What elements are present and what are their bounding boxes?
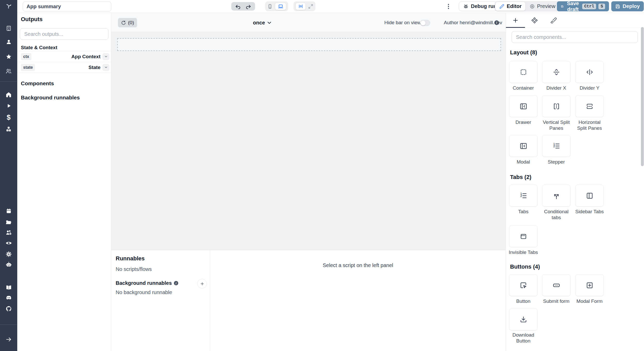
workers-users-gear-icon[interactable] bbox=[5, 229, 12, 236]
download-icon bbox=[519, 315, 528, 324]
tab-preview[interactable]: Preview bbox=[526, 2, 559, 11]
plus-icon bbox=[200, 281, 205, 286]
component-card-modal-form[interactable] bbox=[575, 274, 604, 296]
component-card-label: Button bbox=[507, 298, 540, 304]
svg-text:2: 2 bbox=[520, 194, 522, 197]
tab-editor[interactable]: Editor bbox=[495, 2, 526, 11]
section-title-layout: Layout (8) bbox=[510, 49, 537, 56]
save-draft-button[interactable]: Save draft Ctrl S bbox=[557, 1, 609, 11]
component-card-modal[interactable] bbox=[509, 135, 538, 157]
component-card-button[interactable] bbox=[509, 274, 538, 296]
more-options-kebab-icon[interactable] bbox=[445, 3, 452, 10]
mobile-view-icon[interactable] bbox=[267, 4, 273, 9]
distribute-horizontal-button[interactable] bbox=[295, 3, 306, 10]
empty-grid-placeholder[interactable] bbox=[117, 38, 501, 51]
sidebar-divider bbox=[0, 324, 17, 325]
tab-component-settings[interactable] bbox=[525, 13, 544, 28]
undo-icon[interactable] bbox=[235, 3, 241, 10]
modal-form-icon bbox=[586, 281, 594, 289]
section-title-tabs: Tabs (2) bbox=[510, 174, 531, 181]
component-card-container[interactable] bbox=[509, 61, 538, 83]
svg-text:2: 2 bbox=[553, 145, 555, 148]
background-runnables-section-title: Background runnables bbox=[21, 95, 80, 101]
favorites-star-icon[interactable] bbox=[5, 53, 12, 60]
component-card-tabs[interactable]: 12 bbox=[509, 185, 538, 207]
divider-x-icon bbox=[552, 68, 561, 76]
section-title-buttons: Buttons (4) bbox=[510, 263, 540, 270]
component-card-divider-y[interactable] bbox=[575, 61, 604, 83]
component-card-divider-x[interactable] bbox=[542, 61, 571, 83]
app-summary-input[interactable] bbox=[23, 2, 111, 11]
stepper-icon: 12 bbox=[552, 142, 561, 150]
editor-preview-segmented: Editor Preview bbox=[495, 1, 560, 12]
docs-book-icon[interactable] bbox=[5, 284, 12, 291]
windmill-app-editor: $ bbox=[0, 0, 644, 351]
ai-robot-icon[interactable] bbox=[5, 261, 12, 268]
component-card-submit-form[interactable] bbox=[542, 274, 571, 296]
component-card-conditional-tabs[interactable] bbox=[542, 185, 571, 207]
expand-state-button[interactable] bbox=[103, 64, 109, 71]
output-row-ctx[interactable]: ctx App Context bbox=[17, 51, 111, 62]
redo-icon[interactable] bbox=[245, 3, 251, 10]
runnables-list-pane: Runnables No scripts/flows Background ru… bbox=[111, 250, 210, 351]
no-scripts-text: No scripts/flows bbox=[116, 266, 152, 272]
component-card-label: Submit form bbox=[540, 298, 573, 304]
component-card-sidebar-tabs[interactable] bbox=[575, 185, 604, 207]
component-card-vertical-split[interactable] bbox=[542, 95, 571, 117]
github-icon[interactable] bbox=[5, 305, 12, 312]
run-mode-label[interactable]: once bbox=[253, 18, 265, 27]
tab-styling[interactable] bbox=[544, 13, 563, 28]
variables-dollar-icon[interactable]: $ bbox=[5, 114, 12, 121]
background-info-icon[interactable]: i bbox=[174, 281, 178, 285]
components-scrollbar[interactable] bbox=[641, 27, 644, 166]
home-icon[interactable] bbox=[5, 91, 12, 98]
hide-bar-toggle[interactable] bbox=[420, 20, 430, 26]
drawer-icon bbox=[519, 102, 528, 110]
app-canvas[interactable] bbox=[111, 32, 506, 250]
component-card-label: Conditional tabs bbox=[540, 209, 573, 221]
component-diamonds-icon bbox=[531, 17, 538, 24]
component-card-stepper[interactable]: 12 bbox=[542, 135, 571, 157]
groups-icon[interactable] bbox=[5, 68, 12, 74]
toggle-knob bbox=[421, 21, 426, 25]
windmill-logo[interactable] bbox=[5, 3, 12, 9]
runnables-title: Runnables bbox=[116, 255, 145, 262]
component-card-label: Horizontal Split Panes bbox=[573, 119, 606, 131]
search-outputs-input[interactable] bbox=[20, 28, 108, 40]
alignment-group bbox=[294, 2, 315, 11]
topbar: Debug runs Editor Preview Save draft Ctr… bbox=[17, 0, 644, 13]
schedules-calendar-icon[interactable] bbox=[5, 208, 12, 214]
refresh-count-chip[interactable]: (0) bbox=[118, 18, 137, 27]
audit-eye-icon[interactable] bbox=[5, 240, 12, 246]
output-type-label: App Context bbox=[71, 54, 100, 59]
component-card-drawer[interactable] bbox=[509, 95, 538, 117]
horizontal-split-icon bbox=[586, 102, 594, 110]
component-card-label: Container bbox=[507, 85, 540, 91]
component-card-invisible-tabs[interactable] bbox=[509, 225, 538, 247]
component-card-horizontal-split[interactable] bbox=[575, 95, 604, 117]
author-label: Author henri@windmill.dev bbox=[444, 18, 502, 27]
expand-sidebar-arrow-icon[interactable] bbox=[5, 336, 12, 343]
outputs-title: Outputs bbox=[21, 16, 43, 23]
folders-icon[interactable] bbox=[5, 219, 12, 225]
discord-icon[interactable] bbox=[5, 294, 12, 301]
add-background-runnable-button[interactable] bbox=[197, 279, 207, 288]
desktop-view-button[interactable] bbox=[275, 3, 286, 10]
output-type-label: State bbox=[89, 65, 100, 70]
search-components-input[interactable] bbox=[512, 31, 638, 43]
run-mode-chevron-icon[interactable] bbox=[267, 20, 272, 25]
fullscreen-expand-icon[interactable] bbox=[308, 4, 313, 9]
settings-gear-icon[interactable] bbox=[5, 251, 12, 258]
deploy-button[interactable]: Deploy bbox=[611, 1, 644, 11]
resources-cubes-icon[interactable] bbox=[5, 126, 12, 132]
author-info-icon[interactable]: i bbox=[494, 20, 499, 25]
output-row-state[interactable]: state State bbox=[17, 62, 111, 73]
component-card-download-button[interactable] bbox=[509, 309, 538, 330]
tab-insert-component[interactable] bbox=[506, 13, 525, 28]
runs-play-icon[interactable] bbox=[5, 102, 12, 109]
expand-ctx-button[interactable] bbox=[103, 53, 109, 60]
pencil-icon bbox=[499, 4, 504, 9]
component-card-label: Drawer bbox=[507, 119, 540, 125]
user-icon[interactable] bbox=[5, 39, 12, 45]
workspace-icon[interactable] bbox=[5, 25, 12, 32]
